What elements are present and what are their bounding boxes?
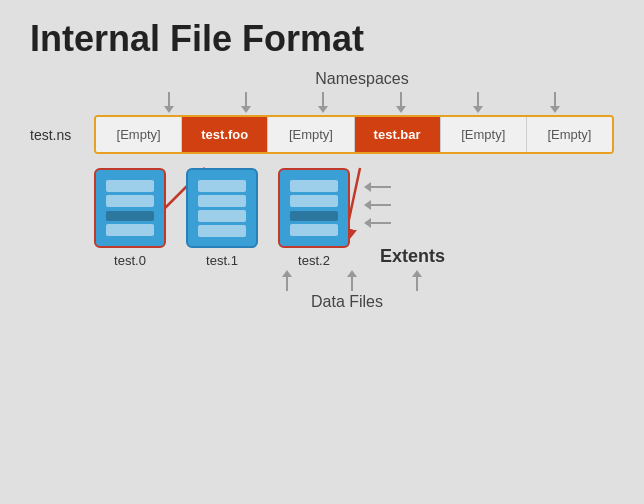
db-block-0: test.0 — [94, 168, 166, 268]
db-stripe — [106, 195, 154, 207]
extents-section: Extents — [364, 182, 445, 267]
data-files-group: test.0 test.1 — [94, 168, 350, 268]
page-title: Internal File Format — [30, 18, 614, 60]
data-files-label: Data Files — [311, 293, 383, 311]
db-stripe-dark — [106, 211, 154, 221]
ns-arrow-4 — [395, 92, 407, 113]
db-icon-2 — [278, 168, 350, 248]
ns-arrow-3 — [317, 92, 329, 113]
up-arrow-2 — [347, 270, 357, 291]
db-stripe — [198, 195, 246, 207]
ns-arrow-5 — [472, 92, 484, 113]
namespace-arrows — [130, 92, 594, 113]
ns-arrow-6 — [549, 92, 561, 113]
db-stripe — [106, 180, 154, 192]
db-icon-0 — [94, 168, 166, 248]
ns-cell-0: [Empty] — [96, 117, 182, 152]
db-stripe-dark — [290, 211, 338, 221]
namespaces-label: Namespaces — [110, 70, 614, 88]
middle-section: test.0 test.1 — [30, 168, 614, 268]
up-arrows-row — [282, 270, 422, 291]
extent-arrow-1 — [364, 182, 445, 192]
ns-cell-1: test.foo — [182, 117, 268, 152]
ns-cell-2: [Empty] — [268, 117, 354, 152]
db-label-2: test.2 — [298, 253, 330, 268]
db-block-1: test.1 — [186, 168, 258, 268]
up-arrow-1 — [282, 270, 292, 291]
db-stripe — [290, 195, 338, 207]
ns-arrow-1 — [163, 92, 175, 113]
ns-row-label: test.ns — [30, 127, 90, 143]
db-stripe — [198, 210, 246, 222]
db-stripe — [198, 180, 246, 192]
main-diagram: Namespaces — [30, 70, 614, 311]
ns-cell-3: test.bar — [355, 117, 441, 152]
ns-container: [Empty] test.foo [Empty] test.bar [Empty… — [94, 115, 614, 154]
namespace-row: test.ns [Empty] test.foo [Empty] test.ba… — [30, 115, 614, 154]
db-block-2: test.2 — [278, 168, 350, 268]
ns-cell-5: [Empty] — [527, 117, 612, 152]
extent-arrow-2 — [364, 200, 445, 210]
db-icon-1 — [186, 168, 258, 248]
extents-label: Extents — [380, 246, 445, 267]
ns-cell-4: [Empty] — [441, 117, 527, 152]
bottom-section: Data Files — [80, 270, 614, 311]
db-stripe — [290, 224, 338, 236]
db-stripe — [106, 224, 154, 236]
page: Internal File Format Namespaces — [0, 0, 644, 504]
db-label-1: test.1 — [206, 253, 238, 268]
extent-arrow-3 — [364, 218, 445, 228]
db-stripe — [290, 180, 338, 192]
db-label-0: test.0 — [114, 253, 146, 268]
db-stripe — [198, 225, 246, 237]
up-arrow-3 — [412, 270, 422, 291]
ns-arrow-2 — [240, 92, 252, 113]
